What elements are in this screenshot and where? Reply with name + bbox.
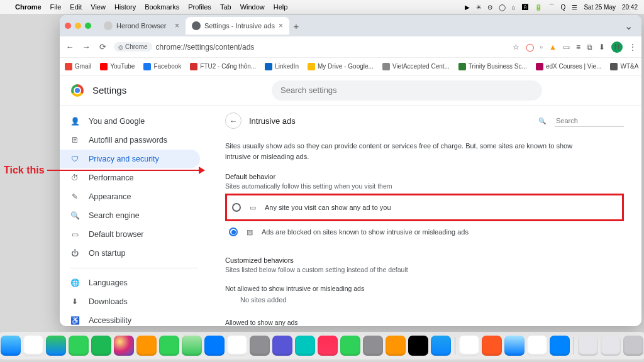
extension-icon[interactable]: ▭ bbox=[563, 43, 570, 52]
omnibox[interactable]: Chrome chrome://settings/content/ads bbox=[114, 42, 506, 52]
download-icon[interactable]: ⬇ bbox=[599, 43, 605, 52]
tab-herond[interactable]: Herond Browser × bbox=[97, 17, 186, 35]
dock-app-icon[interactable] bbox=[386, 336, 406, 356]
dock-app-icon[interactable] bbox=[69, 336, 89, 356]
extension-icon[interactable]: ▲ bbox=[549, 43, 557, 52]
status-icon[interactable]: ⌂ bbox=[512, 4, 516, 11]
dock-app-icon[interactable] bbox=[204, 336, 225, 356]
search-settings-input[interactable] bbox=[272, 80, 542, 101]
dock-app-icon[interactable] bbox=[482, 336, 502, 356]
menu-icon[interactable]: ⋮ bbox=[629, 43, 636, 52]
extension-icon[interactable]: ◯ bbox=[526, 43, 534, 52]
dock-app-icon[interactable] bbox=[159, 336, 179, 356]
menu-file[interactable]: File bbox=[50, 3, 62, 11]
bookmark-facebook[interactable]: Facebook bbox=[143, 63, 181, 70]
menu-bookmarks[interactable]: Bookmarks bbox=[145, 3, 179, 11]
bookmark-vietaccepted[interactable]: VietAccepted Cent... bbox=[382, 63, 450, 70]
menu-window[interactable]: Window bbox=[240, 3, 265, 11]
tab-settings[interactable]: Settings - Intrusive ads × bbox=[186, 17, 289, 35]
bookmark-ftu2[interactable]: FTU2 - Cổng thôn... bbox=[190, 63, 256, 70]
menubar-app[interactable]: Chrome bbox=[15, 3, 42, 11]
bookmark-youtube[interactable]: YouTube bbox=[100, 63, 135, 70]
dock-app-icon[interactable] bbox=[340, 336, 360, 356]
dock-app-icon[interactable] bbox=[114, 336, 134, 356]
dock-app-icon[interactable] bbox=[227, 336, 247, 356]
menu-view[interactable]: View bbox=[91, 3, 106, 11]
menu-help[interactable]: Help bbox=[274, 3, 288, 11]
bookmark-edx[interactable]: edX Courses | Vie... bbox=[536, 63, 602, 70]
sidebar-item-you-and-google[interactable]: 👤You and Google bbox=[60, 112, 200, 131]
dock-app-icon[interactable] bbox=[1, 336, 21, 356]
close-tab-icon[interactable]: × bbox=[279, 21, 283, 30]
profile-avatar[interactable]: H bbox=[611, 41, 623, 53]
dock-app-icon[interactable] bbox=[182, 336, 202, 356]
menu-edit[interactable]: Edit bbox=[70, 3, 82, 11]
bookmark-linkedin[interactable]: LinkedIn bbox=[265, 63, 299, 70]
dock-app-icon[interactable] bbox=[601, 336, 621, 356]
bookmark-drive[interactable]: My Drive - Google... bbox=[308, 63, 374, 70]
option-allow-any-ad[interactable]: ▭ Any site you visit can show any ad to … bbox=[228, 197, 621, 218]
dock-trash-icon[interactable] bbox=[623, 336, 643, 356]
dock-app-icon[interactable] bbox=[136, 336, 157, 356]
control-center-icon[interactable]: ☰ bbox=[572, 4, 577, 11]
sidebar-item-autofill[interactable]: 🖹Autofill and passwords bbox=[60, 131, 200, 150]
sidebar-item-accessibility[interactable]: ♿Accessibility bbox=[60, 311, 200, 326]
tabs-dropdown-icon[interactable]: ⌄ bbox=[621, 20, 636, 32]
battery-icon[interactable]: 🔋 bbox=[535, 4, 542, 11]
radio-checked-icon[interactable] bbox=[229, 228, 238, 236]
dock-app-icon[interactable] bbox=[459, 336, 479, 356]
sidebar-item-downloads[interactable]: ⬇Downloads bbox=[60, 292, 200, 311]
dock-app-icon[interactable] bbox=[295, 336, 315, 356]
close-tab-icon[interactable]: × bbox=[175, 21, 179, 30]
status-icon[interactable]: ⊙ bbox=[487, 4, 492, 11]
option-block-intrusive[interactable]: ▧ Ads are blocked on sites known to show… bbox=[225, 221, 624, 243]
status-icon[interactable]: 🅰 bbox=[522, 4, 528, 11]
status-icon[interactable]: ✳ bbox=[476, 4, 481, 11]
dock-app-icon[interactable] bbox=[318, 336, 338, 356]
page-search-input[interactable] bbox=[555, 115, 624, 127]
star-icon[interactable]: ☆ bbox=[513, 43, 519, 52]
new-tab-button[interactable]: + bbox=[289, 21, 303, 31]
menu-history[interactable]: History bbox=[114, 3, 136, 11]
dock-app-icon[interactable] bbox=[363, 336, 383, 356]
dock-app-icon[interactable] bbox=[578, 336, 598, 356]
back-button[interactable]: ← bbox=[65, 42, 75, 52]
dock-app-icon[interactable] bbox=[272, 336, 292, 356]
dock-app-icon[interactable] bbox=[91, 336, 111, 356]
menu-profiles[interactable]: Profiles bbox=[188, 3, 211, 11]
bookmark-gmail[interactable]: Gmail bbox=[65, 63, 91, 70]
menubar-date[interactable]: Sat 25 May bbox=[584, 4, 616, 11]
menubar-time[interactable]: 20:42 bbox=[622, 4, 638, 11]
dock-app-icon[interactable] bbox=[46, 336, 66, 356]
dock-app-icon[interactable] bbox=[504, 336, 525, 356]
extension-icon[interactable]: ▫ bbox=[540, 43, 543, 52]
wifi-icon[interactable]: ⌒ bbox=[548, 3, 555, 11]
status-icon[interactable]: ▶ bbox=[465, 4, 470, 11]
spotlight-icon[interactable]: Q bbox=[561, 4, 566, 11]
menu-tab[interactable]: Tab bbox=[220, 3, 231, 11]
bookmark-trinity[interactable]: Trinity Business Sc... bbox=[458, 63, 527, 70]
forward-button[interactable]: → bbox=[81, 42, 91, 52]
sidebar-item-startup[interactable]: ⏻On startup bbox=[60, 244, 200, 263]
sidebar-item-search-engine[interactable]: 🔍Search engine bbox=[60, 206, 200, 225]
minimize-window-button[interactable] bbox=[75, 23, 81, 29]
dock-app-icon[interactable] bbox=[431, 336, 451, 356]
dock-app-icon[interactable] bbox=[527, 336, 547, 356]
back-button[interactable]: ← bbox=[225, 112, 242, 129]
sidebar-item-languages[interactable]: 🌐Languages bbox=[60, 273, 200, 292]
radio-unchecked-icon[interactable] bbox=[232, 203, 241, 212]
extensions-icon[interactable]: ⧉ bbox=[587, 43, 592, 52]
maximize-window-button[interactable] bbox=[85, 23, 91, 29]
dock-app-icon[interactable] bbox=[408, 336, 428, 356]
close-window-button[interactable] bbox=[65, 23, 71, 29]
dock-app-icon[interactable] bbox=[250, 336, 270, 356]
menubar-right: ▶ ✳ ⊙ ◯ ⌂ 🅰 🔋 ⌒ Q ☰ Sat 25 May 20:42 bbox=[465, 3, 638, 11]
status-icon[interactable]: ◯ bbox=[499, 4, 506, 11]
reload-button[interactable]: ⟳ bbox=[97, 42, 108, 52]
sidebar-item-default-browser[interactable]: ▭Default browser bbox=[60, 225, 200, 244]
dock-app-icon[interactable] bbox=[550, 336, 570, 356]
extension-icon[interactable]: ≡ bbox=[576, 43, 580, 52]
sidebar-item-appearance[interactable]: ✎Appearance bbox=[60, 187, 200, 206]
dock-app-icon[interactable] bbox=[23, 336, 43, 356]
bookmark-wta[interactable]: WT&A bbox=[610, 63, 638, 70]
